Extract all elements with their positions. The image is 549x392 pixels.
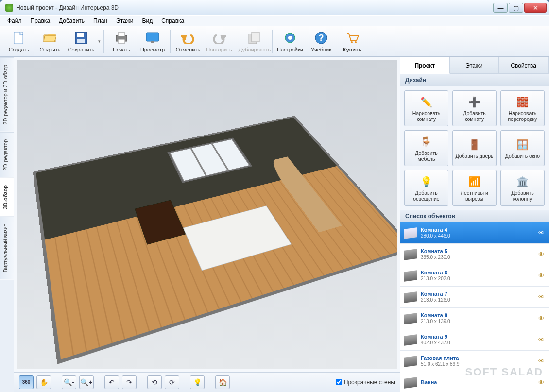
design-icon: 🪟 xyxy=(516,138,530,152)
vtab-virtual-visit[interactable]: Виртуальный визит xyxy=(0,217,14,280)
visibility-eye-icon[interactable]: 👁 xyxy=(538,315,545,322)
minimize-button[interactable]: — xyxy=(493,3,508,13)
save-button[interactable]: Сохранить xyxy=(66,27,97,55)
preview-button[interactable]: Просмотр xyxy=(137,27,168,55)
design-card-0[interactable]: ✏️Нарисовать комнату xyxy=(404,90,448,126)
settings-button[interactable]: Настройки xyxy=(274,27,306,55)
undo-button[interactable]: Отменить xyxy=(172,27,204,55)
design-card-3[interactable]: 🪑Добавить мебель xyxy=(404,130,448,166)
design-card-label: Добавить мебель xyxy=(406,150,447,162)
visibility-eye-icon[interactable]: 👁 xyxy=(538,272,545,279)
visibility-eye-icon[interactable]: 👁 xyxy=(538,293,545,301)
transparent-walls-checkbox[interactable]: Прозрачные стены xyxy=(336,379,395,386)
menu-edit[interactable]: Правка xyxy=(27,17,54,25)
object-box-icon xyxy=(404,356,417,367)
design-card-label: Добавить окно xyxy=(505,153,540,159)
visibility-eye-icon[interactable]: 👁 xyxy=(538,358,545,365)
design-card-4[interactable]: 🚪Добавить дверь xyxy=(452,130,497,166)
toolbar: Создать Открыть Сохранить ▾ Печать Просм… xyxy=(0,26,549,57)
object-box-icon xyxy=(404,291,417,303)
design-card-6[interactable]: 💡Добавить освещение xyxy=(404,170,448,206)
design-card-2[interactable]: 🧱Нарисовать перегородку xyxy=(500,90,545,126)
object-box-icon xyxy=(404,227,417,239)
design-icon: ➕ xyxy=(468,95,481,109)
menu-floors[interactable]: Этажи xyxy=(112,17,137,25)
vp-360-button[interactable]: 360 xyxy=(19,375,34,389)
vp-zoom-in-button[interactable]: 🔍+ xyxy=(79,375,94,389)
svg-point-16 xyxy=(355,41,357,43)
vp-rotate-right-button[interactable]: ↷ xyxy=(122,375,137,389)
object-name: Комната 4 xyxy=(421,227,534,233)
rtab-floors[interactable]: Этажи xyxy=(450,57,499,74)
object-item[interactable]: Комната 8213.0 x 139.0👁 xyxy=(400,308,549,329)
object-box-icon xyxy=(404,377,417,389)
visibility-eye-icon[interactable]: 👁 xyxy=(538,336,545,343)
duplicate-icon xyxy=(247,30,262,46)
object-item[interactable]: Комната 4280.0 x 446.0👁 xyxy=(400,222,549,244)
vp-zoom-out-button[interactable]: 🔍- xyxy=(62,375,76,389)
maximize-button[interactable]: ▢ xyxy=(509,3,523,13)
object-item[interactable]: Газовая плита51.0 x 62.1 x 86.9👁 xyxy=(400,351,549,372)
duplicate-button[interactable]: Дублировать xyxy=(239,27,270,55)
visibility-eye-icon[interactable]: 👁 xyxy=(538,251,545,258)
vp-rotate-left-button[interactable]: ↶ xyxy=(104,375,119,389)
object-item[interactable]: Комната 6213.0 x 202.0👁 xyxy=(400,265,549,287)
object-item[interactable]: Комната 5335.0 x 230.0👁 xyxy=(400,244,549,265)
design-card-label: Нарисовать комнату xyxy=(406,110,447,122)
design-card-label: Добавить комнату xyxy=(454,110,495,122)
transparent-walls-input[interactable] xyxy=(336,379,342,385)
app-icon xyxy=(5,4,13,12)
menu-plan[interactable]: План xyxy=(89,17,111,25)
rtab-project[interactable]: Проект xyxy=(400,57,450,74)
svg-rect-2 xyxy=(77,33,84,37)
object-scroll[interactable]: Комната 4280.0 x 446.0👁Комната 5335.0 x … xyxy=(400,222,549,392)
close-button[interactable]: ✕ xyxy=(524,3,547,13)
menu-help[interactable]: Справка xyxy=(157,17,188,25)
design-icon: 🪑 xyxy=(420,135,433,149)
save-dropdown[interactable]: ▾ xyxy=(97,27,102,55)
open-button[interactable]: Открыть xyxy=(34,27,66,55)
vp-pan-button[interactable]: ✋ xyxy=(36,375,51,389)
menu-add[interactable]: Добавить xyxy=(55,17,88,25)
vtab-2d-editor[interactable]: 2D-редактор xyxy=(0,132,14,178)
object-size: 402.0 x 437.0 xyxy=(421,340,534,346)
vp-orbit-right-button[interactable]: ⟳ xyxy=(165,375,179,389)
design-card-1[interactable]: ➕Добавить комнату xyxy=(452,90,497,126)
cart-icon xyxy=(344,30,360,46)
object-item[interactable]: Комната 7213.0 x 126.0👁 xyxy=(400,287,549,308)
separator xyxy=(103,30,104,53)
separator xyxy=(170,30,171,53)
menu-file[interactable]: Файл xyxy=(3,17,26,25)
vtab-3d-view[interactable]: 3D-обзор xyxy=(0,178,14,217)
design-card-7[interactable]: 📶Лестницы и вырезы xyxy=(452,170,497,206)
visibility-eye-icon[interactable]: 👁 xyxy=(538,229,545,237)
object-size: 280.0 x 446.0 xyxy=(421,233,534,239)
3d-viewport[interactable] xyxy=(17,60,397,369)
titlebar: Новый проект - Дизайн Интерьера 3D — ▢ ✕ xyxy=(0,0,549,15)
svg-point-15 xyxy=(351,41,353,43)
vp-home-button[interactable]: 🏠 xyxy=(215,375,230,389)
vp-light-button[interactable]: 💡 xyxy=(190,375,205,389)
vp-orbit-left-button[interactable]: ⟲ xyxy=(147,375,162,389)
object-name: Ванна xyxy=(421,379,534,386)
buy-button[interactable]: Купить xyxy=(337,27,368,55)
object-item[interactable]: Ванна👁 xyxy=(400,372,549,392)
print-button[interactable]: Печать xyxy=(106,27,137,55)
menu-view[interactable]: Вид xyxy=(138,17,156,25)
tutorial-button[interactable]: ?Учебник xyxy=(306,27,337,55)
undo-icon xyxy=(180,30,196,46)
printer-icon xyxy=(114,30,129,46)
design-icon: 🧱 xyxy=(516,95,530,109)
vtab-both[interactable]: 2D-редактор и 3D-обзор xyxy=(0,57,14,132)
design-icon: 💡 xyxy=(420,175,433,188)
visibility-eye-icon[interactable]: 👁 xyxy=(538,379,545,386)
object-item[interactable]: Комната 9402.0 x 437.0👁 xyxy=(400,329,549,351)
design-card-8[interactable]: 🏛️Добавить колонну xyxy=(500,170,545,206)
rtab-properties[interactable]: Свойства xyxy=(499,57,549,74)
object-box-icon xyxy=(404,313,417,324)
create-button[interactable]: Создать xyxy=(3,27,34,55)
object-size: 335.0 x 230.0 xyxy=(421,255,534,260)
design-card-5[interactable]: 🪟Добавить окно xyxy=(500,130,545,166)
separator xyxy=(237,30,237,53)
redo-button[interactable]: Повторить xyxy=(204,27,235,55)
